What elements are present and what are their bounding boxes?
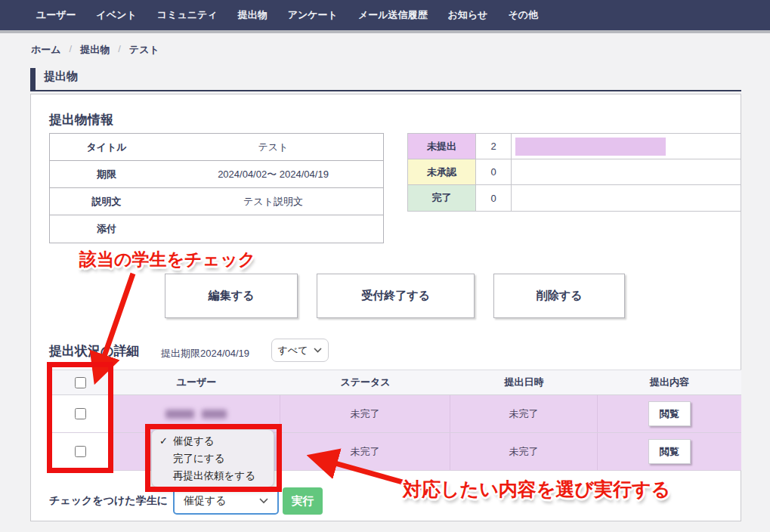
breadcrumb-separator: / [118, 43, 121, 57]
menu-item-remind-label: 催促する [173, 435, 215, 448]
details-section-heading: 提出状況の詳細 [49, 342, 139, 360]
row-content-cell: 閲覧 [598, 395, 741, 432]
nav-item-users[interactable]: ユーザー [36, 8, 76, 22]
summary-row-done: 完了 0 [408, 185, 741, 211]
row-status-cell: 未完了 [280, 433, 450, 470]
pending-count-bar [515, 138, 666, 156]
menu-item-remind[interactable]: ✓ 催促する [152, 432, 274, 450]
summary-barcell-done [512, 185, 741, 211]
row-submitted-at-cell: 未完了 [450, 395, 598, 432]
info-row-description: 説明文 テスト説明文 [50, 188, 383, 215]
row-checkbox[interactable] [75, 446, 86, 457]
header-content: 提出内容 [598, 370, 741, 394]
nav-item-notices[interactable]: お知らせ [447, 8, 487, 22]
edit-button[interactable]: 編集する [165, 274, 298, 318]
view-button[interactable]: 閲覧 [648, 401, 691, 426]
status-filter-value: すべて [278, 344, 308, 357]
delete-button[interactable]: 削除する [493, 274, 625, 318]
info-value-title: テスト [163, 134, 383, 160]
breadcrumb-separator: / [70, 43, 73, 57]
row-status-cell: 未完了 [280, 395, 450, 432]
info-label-description: 説明文 [50, 188, 163, 215]
summary-count-pending: 2 [476, 134, 512, 159]
summary-barcell-pending [512, 134, 741, 159]
info-row-deadline: 期限 2024/04/02〜 2024/04/19 [50, 161, 383, 188]
table-row: 未完了 未完了 閲覧 [49, 395, 741, 433]
status-summary-table: 未提出 2 未承認 0 完了 0 [407, 133, 741, 212]
info-label-deadline: 期限 [50, 161, 163, 187]
summary-barcell-unapproved [512, 159, 741, 184]
menu-item-request-resubmit[interactable]: 再提出依頼をする [152, 467, 274, 484]
info-row-title: タイトル テスト [50, 134, 383, 161]
view-button[interactable]: 閲覧 [648, 439, 691, 464]
summary-label-unapproved: 未承認 [408, 159, 476, 184]
close-acceptance-button[interactable]: 受付終了する [317, 274, 475, 318]
summary-count-unapproved: 0 [476, 159, 512, 184]
chevron-down-icon [259, 498, 268, 504]
nav-item-mail-history[interactable]: メール送信履歴 [358, 8, 428, 22]
menu-item-mark-complete[interactable]: 完了にする [152, 450, 274, 467]
chevron-down-icon [314, 348, 322, 353]
nav-item-community[interactable]: コミュニティ [157, 8, 218, 22]
summary-row-pending: 未提出 2 [408, 134, 741, 159]
submission-info-table: タイトル テスト 期限 2024/04/02〜 2024/04/19 説明文 テ… [49, 133, 384, 243]
bulk-action-selected-value: 催促する [184, 494, 227, 508]
info-label-title: タイトル [50, 134, 163, 160]
bulk-action-label: チェックをつけた学生に [49, 494, 168, 508]
nav-item-events[interactable]: イベント [97, 8, 137, 22]
summary-count-done: 0 [476, 185, 512, 211]
select-all-checkbox[interactable] [75, 377, 86, 388]
header-status: ステータス [280, 370, 450, 394]
menu-item-mark-complete-label: 完了にする [173, 452, 224, 466]
summary-label-pending: 未提出 [408, 134, 476, 159]
info-label-attachment: 添付 [50, 215, 163, 243]
row-submitted-at-cell: 未完了 [450, 433, 598, 470]
summary-label-done: 完了 [408, 185, 476, 211]
breadcrumb: ホーム / 提出物 / テスト [31, 43, 159, 57]
table-header-row: ユーザー ステータス 提出日時 提出内容 [49, 370, 741, 395]
bulk-action-select[interactable]: 催促する [173, 487, 279, 515]
header-user: ユーザー [113, 370, 280, 394]
execute-button[interactable]: 実行 [283, 487, 323, 515]
info-value-attachment [163, 215, 383, 243]
nav-item-surveys[interactable]: アンケート [288, 8, 338, 22]
breadcrumb-current[interactable]: テスト [129, 43, 159, 57]
redacted-user-name [165, 410, 227, 419]
info-value-deadline: 2024/04/02〜 2024/04/19 [163, 161, 383, 187]
info-row-attachment: 添付 [50, 215, 383, 243]
breadcrumb-submissions[interactable]: 提出物 [80, 43, 110, 57]
breadcrumb-home[interactable]: ホーム [31, 43, 61, 57]
row-user-cell [113, 395, 280, 432]
row-checkbox[interactable] [75, 408, 86, 419]
row-checkbox-cell [49, 395, 113, 432]
page-title: 提出物 [30, 68, 741, 91]
header-submitted-at: 提出日時 [450, 370, 598, 394]
nav-bottom-strip [0, 30, 770, 33]
submission-card: 提出物情報 タイトル テスト 期限 2024/04/02〜 2024/04/19… [30, 94, 741, 521]
summary-row-unapproved: 未承認 0 [408, 159, 741, 185]
row-checkbox-cell [49, 433, 113, 470]
menu-item-request-resubmit-label: 再提出依頼をする [173, 469, 255, 483]
select-all-cell [49, 370, 113, 394]
nav-item-others[interactable]: その他 [508, 8, 538, 22]
row-content-cell: 閲覧 [598, 433, 741, 470]
info-value-description: テスト説明文 [163, 188, 383, 215]
status-filter-select[interactable]: すべて [271, 339, 329, 362]
top-nav: ユーザー イベント コミュニティ 提出物 アンケート メール送信履歴 お知らせ … [0, 0, 770, 30]
checkmark-icon: ✓ [159, 435, 173, 447]
bulk-action-options-menu: ✓ 催促する 完了にする 再提出依頼をする [151, 429, 274, 487]
nav-item-submissions[interactable]: 提出物 [238, 8, 267, 22]
deadline-note: 提出期限2024/04/19 [161, 347, 249, 360]
info-section-heading: 提出物情報 [49, 111, 113, 128]
